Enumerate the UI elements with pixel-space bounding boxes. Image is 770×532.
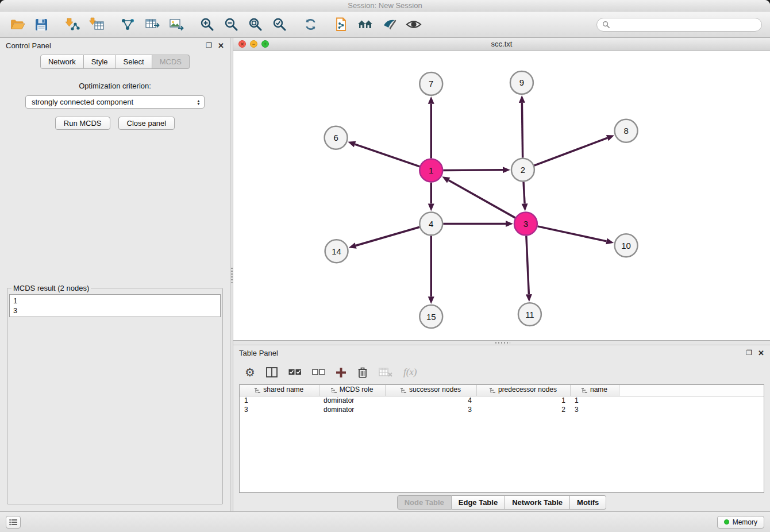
column-sort-icon — [331, 387, 337, 395]
edge-3-1[interactable] — [449, 180, 515, 218]
deselect-all-icon[interactable] — [312, 369, 325, 376]
main-area: Control Panel ❐ ✕ NetworkStyleSelectMCDS… — [0, 38, 770, 511]
column-sort-icon — [401, 387, 406, 395]
edge-1-2[interactable] — [443, 170, 503, 171]
new-table-icon[interactable] — [143, 16, 161, 34]
table-cell[interactable]: 3 — [385, 405, 476, 414]
edge-4-14[interactable] — [356, 227, 419, 245]
edge-1-6[interactable] — [355, 144, 420, 167]
run-mcds-button[interactable]: Run MCDS — [55, 117, 110, 130]
table-cell[interactable]: 1 — [476, 396, 570, 405]
window-title: Session: New Session — [348, 1, 422, 10]
zoom-selected-icon[interactable] — [270, 16, 288, 34]
minimize-network-window-button[interactable]: − — [250, 40, 257, 48]
float-panel-icon[interactable]: ❐ — [206, 42, 212, 49]
import-table-icon[interactable] — [87, 16, 106, 34]
add-column-icon[interactable] — [336, 367, 346, 378]
edge-arrowhead — [428, 296, 434, 304]
optimization-criterion-select[interactable]: strongly connected component ▲▼ — [25, 95, 205, 109]
maximize-network-window-button[interactable]: + — [261, 40, 269, 48]
search-box[interactable] — [596, 18, 762, 32]
zoom-out-icon[interactable] — [222, 16, 240, 34]
zoom-in-icon[interactable] — [198, 16, 216, 34]
table-cell[interactable]: dominator — [319, 405, 385, 414]
tab-node-table[interactable]: Node Table — [397, 495, 452, 510]
window-titlebar[interactable]: Session: New Session — [0, 0, 770, 11]
optimization-criterion-value: strongly connected component — [32, 98, 133, 106]
column-header-shared-name[interactable]: shared name — [240, 385, 319, 396]
memory-button-label: Memory — [733, 518, 757, 526]
delete-column-icon[interactable] — [357, 367, 368, 378]
tab-style[interactable]: Style — [84, 55, 116, 69]
clone-network-icon[interactable] — [332, 16, 351, 34]
close-control-panel-icon[interactable]: ✕ — [218, 42, 224, 49]
close-table-panel-icon[interactable]: ✕ — [758, 349, 764, 357]
table-row[interactable]: 3dominator323 — [240, 405, 764, 414]
toolbar-group-session — [8, 16, 51, 34]
show-graphics-icon[interactable] — [405, 16, 423, 34]
task-history-button[interactable] — [6, 516, 21, 529]
table-cell[interactable]: 1 — [240, 396, 319, 405]
tab-network-table[interactable]: Network Table — [505, 495, 570, 510]
home-icon[interactable] — [356, 16, 375, 34]
combo-stepper-icon: ▲▼ — [197, 99, 201, 105]
open-session-icon[interactable] — [8, 16, 26, 34]
column-header-successor-nodes[interactable]: successor nodes — [385, 385, 476, 396]
close-network-window-button[interactable]: ✕ — [238, 40, 246, 48]
table-row[interactable]: 1dominator411 — [240, 396, 764, 405]
export-image-icon[interactable] — [167, 16, 185, 34]
horizontal-splitter[interactable] — [233, 341, 770, 345]
search-input[interactable] — [613, 20, 756, 29]
column-header-mcds-role[interactable]: MCDS role — [319, 385, 385, 396]
float-table-panel-icon[interactable]: ❐ — [746, 349, 752, 356]
tab-edge-table[interactable]: Edge Table — [452, 495, 505, 510]
refresh-view-icon[interactable] — [301, 16, 319, 34]
save-session-icon[interactable] — [32, 16, 51, 34]
tab-motifs[interactable]: Motifs — [570, 495, 606, 510]
network-window-titlebar[interactable]: ✕ − + scc.txt — [233, 38, 770, 51]
tab-select[interactable]: Select — [116, 55, 152, 69]
node-table-container[interactable]: shared nameMCDS rolesuccessor nodesprede… — [239, 384, 764, 493]
edge-2-9[interactable] — [522, 103, 522, 158]
delete-table-icon — [379, 367, 392, 377]
node-table-header-row: shared nameMCDS rolesuccessor nodesprede… — [240, 385, 764, 396]
column-sort-icon — [490, 387, 495, 395]
mcds-result-list[interactable]: 13 — [9, 294, 221, 317]
column-header-predecessor-nodes[interactable]: predecessor nodes — [476, 385, 570, 396]
mcds-result-line: 1 — [13, 296, 217, 306]
tab-network[interactable]: Network — [40, 55, 84, 69]
table-cell-filler — [619, 405, 764, 414]
edge-2-8[interactable] — [534, 138, 607, 165]
table-cell[interactable]: 3 — [240, 405, 319, 414]
edge-3-10[interactable] — [537, 226, 606, 241]
style-check-icon[interactable] — [380, 16, 399, 34]
table-cell[interactable]: 2 — [476, 405, 570, 414]
column-header-label: MCDS role — [340, 385, 374, 394]
edge-3-11[interactable] — [526, 236, 529, 294]
vertical-splitter[interactable] — [230, 38, 233, 511]
graph-node-label-3: 3 — [523, 219, 528, 229]
table-cell[interactable]: 1 — [570, 396, 619, 405]
table-cell[interactable]: 4 — [385, 396, 476, 405]
tab-mcds[interactable]: MCDS — [152, 55, 190, 69]
split-panel-icon[interactable] — [266, 367, 278, 377]
edge-2-3[interactable] — [523, 182, 525, 204]
network-canvas[interactable]: 7968124314101511 — [233, 51, 770, 340]
table-panel-title: Table Panel — [239, 349, 278, 357]
import-network-icon[interactable] — [63, 16, 82, 34]
new-network-icon[interactable] — [118, 16, 137, 34]
table-cell[interactable]: 3 — [570, 405, 619, 414]
main-toolbar — [0, 11, 770, 38]
close-panel-button[interactable]: Close panel — [118, 117, 175, 130]
mcds-result-fieldset: MCDS result (2 nodes) 13 — [7, 284, 223, 504]
right-area: ✕ − + scc.txt 7968124314101511 Table Pan… — [233, 38, 770, 511]
column-sort-icon — [582, 387, 587, 395]
column-header-name[interactable]: name — [570, 385, 619, 396]
table-cell[interactable]: dominator — [319, 396, 385, 405]
table-settings-icon[interactable]: ⚙ — [245, 367, 255, 378]
zoom-fit-icon[interactable] — [246, 16, 264, 34]
memory-button[interactable]: Memory — [717, 516, 764, 529]
select-all-icon[interactable] — [288, 369, 301, 376]
column-header-label: successor nodes — [409, 385, 461, 394]
control-panel-title: Control Panel — [6, 41, 51, 50]
